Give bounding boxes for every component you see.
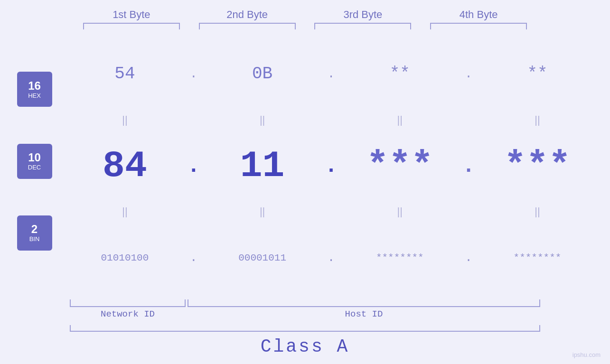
hex-dot1: . (187, 67, 200, 81)
bottom-brackets-row (69, 298, 541, 307)
bin-badge: 2 BIN (17, 215, 52, 251)
top-brackets-row (0, 23, 610, 31)
class-label: Class A (261, 336, 350, 357)
hex-badge: 16 HEX (17, 72, 52, 107)
byte-headers-row: 1st Byte 2nd Byte 3rd Byte 4th Byte (0, 0, 610, 21)
bracket-2 (195, 23, 300, 31)
data-columns: 54 . 0B . ** . ** || || || || 84 (69, 35, 610, 297)
dec-byte1: 84 (75, 145, 175, 187)
hex-byte1: 54 (75, 64, 175, 84)
hex-byte4: ** (488, 64, 587, 84)
dec-byte4: *** (488, 145, 587, 187)
id-labels-row: Network ID Host ID (69, 309, 541, 319)
network-id-label: Network ID (69, 309, 187, 319)
bin-byte2: 00001011 (213, 252, 312, 263)
bin-dot1: . (187, 251, 200, 265)
full-bracket (69, 323, 541, 332)
host-id-bracket (187, 298, 541, 307)
sep-row-2: || || || || (69, 205, 593, 219)
byte-header-3: 3rd Byte (310, 9, 415, 21)
dec-byte3: *** (350, 145, 450, 187)
bin-byte3: ******** (350, 252, 450, 263)
page-container: 1st Byte 2nd Byte 3rd Byte 4th Byte 16 H… (0, 0, 610, 364)
bin-dot3: . (462, 251, 475, 265)
watermark: ipshu.com (572, 351, 601, 358)
class-row: Class A (69, 336, 541, 357)
sep2-b2: || (213, 205, 312, 218)
network-id-bracket (69, 298, 187, 307)
bin-values-row: 01010100 . 00001011 . ******** . *******… (69, 219, 593, 297)
dec-values-row: 84 . 11 . *** . *** (69, 127, 593, 205)
hex-byte3: ** (350, 64, 450, 84)
dec-badge-number: 10 (28, 151, 41, 164)
bin-dot2: . (324, 251, 338, 265)
sep1-b4: || (488, 114, 587, 126)
dec-byte2: 11 (213, 145, 312, 187)
sep-row-1: || || || || (69, 113, 593, 127)
byte-header-2: 2nd Byte (195, 9, 300, 21)
bracket-1 (79, 23, 184, 31)
sep2-b1: || (75, 205, 175, 218)
bottom-area: Network ID Host ID Class A (0, 297, 610, 364)
dec-dot2: . (324, 154, 338, 178)
hex-values-row: 54 . 0B . ** . ** (69, 35, 593, 113)
bracket-4 (426, 23, 531, 31)
sep1-b3: || (350, 114, 450, 126)
bin-byte1: 01010100 (75, 252, 175, 263)
hex-dot2: . (324, 67, 338, 81)
bin-byte4: ******** (488, 252, 587, 263)
bin-badge-number: 2 (31, 223, 38, 235)
sep1-b1: || (75, 114, 175, 126)
dec-badge: 10 DEC (17, 144, 52, 179)
sep2-b4: || (488, 205, 587, 218)
content-area: 16 HEX 10 DEC 2 BIN 54 . 0B . ** . ** (0, 35, 610, 297)
badges-column: 16 HEX 10 DEC 2 BIN (0, 35, 69, 297)
host-id-label: Host ID (187, 309, 541, 319)
dec-badge-label: DEC (28, 164, 41, 171)
sep1-b2: || (213, 114, 312, 126)
hex-badge-number: 16 (28, 80, 41, 92)
hex-badge-label: HEX (28, 92, 41, 99)
dec-dot3: . (462, 154, 475, 178)
byte-header-4: 4th Byte (426, 9, 531, 21)
bin-badge-label: BIN (29, 235, 40, 243)
sep2-b3: || (350, 205, 450, 218)
hex-dot3: . (462, 67, 475, 81)
dec-dot1: . (187, 154, 200, 178)
hex-byte2: 0B (213, 64, 312, 84)
byte-header-1: 1st Byte (79, 9, 184, 21)
bracket-3 (310, 23, 415, 31)
